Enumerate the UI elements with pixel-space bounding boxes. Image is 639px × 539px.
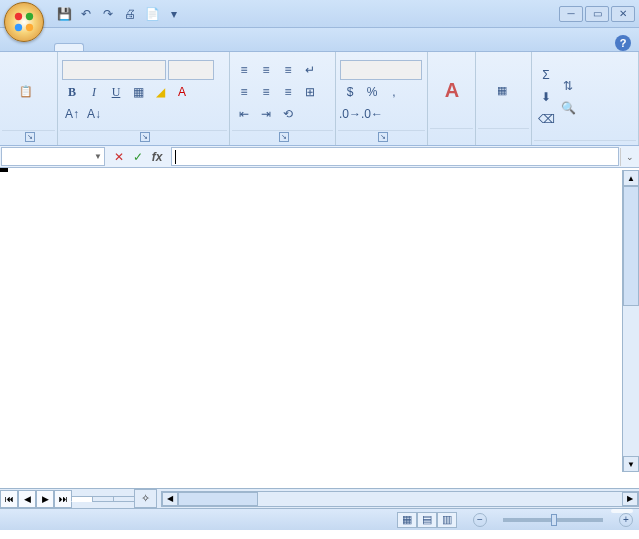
font-size-combo[interactable] — [168, 60, 214, 80]
tab-insert[interactable] — [86, 44, 114, 51]
zoom-in-button[interactable]: + — [619, 513, 633, 527]
undo-icon[interactable]: ↶ — [78, 6, 94, 22]
bold-button[interactable]: B — [62, 82, 82, 102]
sheet-tab-1[interactable] — [92, 496, 114, 502]
alignment-launcher[interactable]: ↘ — [279, 132, 289, 142]
tab-review[interactable] — [206, 44, 234, 51]
decrease-decimal-button[interactable]: .0← — [362, 104, 382, 124]
align-center-button[interactable]: ≡ — [256, 82, 276, 102]
prev-sheet-button[interactable]: ◀ — [18, 490, 36, 508]
fx-icon[interactable]: fx — [148, 148, 166, 166]
cells-button[interactable]: ▦ — [480, 72, 524, 110]
tab-formulas[interactable] — [146, 44, 174, 51]
tab-page-layout[interactable] — [116, 44, 144, 51]
fill-color-button[interactable]: ◢ — [150, 82, 170, 102]
cancel-formula-button[interactable]: ✕ — [110, 148, 128, 166]
number-format-combo[interactable] — [340, 60, 422, 80]
increase-indent-button[interactable]: ⇥ — [256, 104, 276, 124]
autosum-button[interactable]: Σ — [536, 65, 556, 85]
orientation-button[interactable]: ⟲ — [278, 104, 298, 124]
zoom-slider[interactable] — [503, 518, 603, 522]
vscroll-thumb[interactable] — [623, 186, 639, 306]
find-button[interactable]: 🔍 — [558, 98, 578, 118]
qat-more-icon[interactable]: ▾ — [166, 6, 182, 22]
sheet-tab-bar: ⏮ ◀ ▶ ⏭ ✧ ◀ ▶ — [0, 488, 639, 508]
font-launcher[interactable]: ↘ — [140, 132, 150, 142]
name-box[interactable]: ▼ — [1, 147, 105, 166]
svg-point-0 — [15, 13, 22, 20]
sheet-tab-0[interactable] — [71, 496, 93, 502]
sheet-tab-2[interactable] — [113, 496, 135, 502]
window-controls: ─ ▭ ✕ — [559, 6, 635, 22]
align-bottom-button[interactable]: ≡ — [278, 60, 298, 80]
border-button[interactable]: ▦ — [128, 82, 148, 102]
align-right-button[interactable]: ≡ — [278, 82, 298, 102]
next-sheet-button[interactable]: ▶ — [36, 490, 54, 508]
name-box-dropdown-icon[interactable]: ▼ — [94, 152, 102, 161]
redo-icon[interactable]: ↷ — [100, 6, 116, 22]
hscroll-thumb[interactable] — [178, 492, 258, 506]
ribbon: 📋 ↘ B I U ▦ ◢ A A↑ — [0, 52, 639, 146]
scroll-down-button[interactable]: ▼ — [623, 456, 639, 472]
styles-button[interactable]: A — [432, 72, 472, 110]
group-cells: ▦ — [476, 52, 532, 145]
comma-button[interactable]: , — [384, 82, 404, 102]
align-top-button[interactable]: ≡ — [234, 60, 254, 80]
print-icon[interactable]: 📄 — [144, 6, 160, 22]
group-styles: A — [428, 52, 476, 145]
underline-button[interactable]: U — [106, 82, 126, 102]
vertical-scrollbar[interactable]: ▲ ▼ — [622, 170, 639, 472]
clipboard-launcher[interactable]: ↘ — [25, 132, 35, 142]
first-sheet-button[interactable]: ⏮ — [0, 490, 18, 508]
zoom-thumb[interactable] — [551, 514, 557, 526]
accounting-button[interactable]: $ — [340, 82, 360, 102]
font-name-combo[interactable] — [62, 60, 166, 80]
active-cell[interactable] — [0, 168, 8, 172]
page-break-view-button[interactable]: ▥ — [437, 512, 457, 528]
office-button[interactable] — [4, 2, 44, 42]
normal-view-button[interactable]: ▦ — [397, 512, 417, 528]
paste-button[interactable]: 📋 — [4, 73, 48, 111]
page-layout-view-button[interactable]: ▤ — [417, 512, 437, 528]
italic-button[interactable]: I — [84, 82, 104, 102]
horizontal-scrollbar[interactable]: ◀ ▶ — [161, 491, 639, 507]
align-left-button[interactable]: ≡ — [234, 82, 254, 102]
scroll-up-button[interactable]: ▲ — [623, 170, 639, 186]
scroll-left-button[interactable]: ◀ — [162, 492, 178, 506]
enter-formula-button[interactable]: ✓ — [129, 148, 147, 166]
sort-filter-button[interactable]: ⇅ — [558, 76, 578, 96]
ribbon-tabs: ? — [0, 28, 639, 52]
decrease-indent-button[interactable]: ⇤ — [234, 104, 254, 124]
maximize-button[interactable]: ▭ — [585, 6, 609, 22]
expand-formula-bar-button[interactable]: ⌄ — [620, 148, 638, 166]
fill-button[interactable]: ⬇ — [536, 87, 556, 107]
tab-home[interactable] — [54, 43, 84, 51]
help-icon[interactable]: ? — [615, 35, 631, 51]
formula-input[interactable] — [171, 147, 619, 166]
save-icon[interactable]: 💾 — [56, 6, 72, 22]
svg-point-1 — [26, 13, 33, 20]
merge-button[interactable]: ⊞ — [300, 82, 320, 102]
print-preview-icon[interactable]: 🖨 — [122, 6, 138, 22]
clear-button[interactable]: ⌫ — [536, 109, 556, 129]
number-launcher[interactable]: ↘ — [378, 132, 388, 142]
last-sheet-button[interactable]: ⏭ — [54, 490, 72, 508]
close-button[interactable]: ✕ — [611, 6, 635, 22]
percent-button[interactable]: % — [362, 82, 382, 102]
zoom-out-button[interactable]: − — [473, 513, 487, 527]
font-color-button[interactable]: A — [172, 82, 192, 102]
new-sheet-button[interactable]: ✧ — [134, 489, 157, 508]
grow-font-button[interactable]: A↑ — [62, 104, 82, 124]
shrink-font-button[interactable]: A↓ — [84, 104, 104, 124]
wrap-text-button[interactable]: ↵ — [300, 60, 320, 80]
minimize-button[interactable]: ─ — [559, 6, 583, 22]
group-number: $ % , .0→ .0← ↘ — [336, 52, 428, 145]
worksheet-grid[interactable] — [0, 168, 639, 488]
tab-data[interactable] — [176, 44, 204, 51]
scroll-right-button[interactable]: ▶ — [622, 492, 638, 506]
align-middle-button[interactable]: ≡ — [256, 60, 276, 80]
group-clipboard: 📋 ↘ — [0, 52, 58, 145]
tab-view[interactable] — [236, 44, 264, 51]
paste-icon: 📋 — [10, 75, 42, 107]
increase-decimal-button[interactable]: .0→ — [340, 104, 360, 124]
